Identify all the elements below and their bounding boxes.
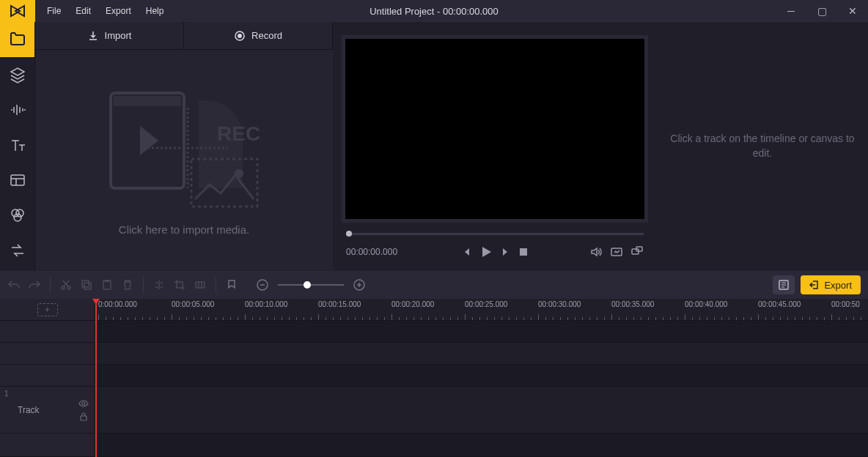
add-track-button[interactable]: + [37, 303, 58, 316]
rail-text[interactable] [0, 127, 34, 163]
ruler-label: 00:00:20.000 [391, 300, 434, 308]
export-button[interactable]: Export [801, 275, 861, 294]
marker-button[interactable] [225, 278, 238, 291]
track-lane[interactable] [95, 343, 868, 364]
properties-panel: Click a track on the timeline or canvas … [657, 22, 868, 271]
export-icon [809, 280, 820, 290]
track-lane[interactable] [95, 365, 868, 386]
menu-export[interactable]: Export [100, 3, 137, 19]
media-dropzone[interactable]: REC Click here to import media. [35, 50, 333, 271]
import-icon [87, 30, 99, 42]
ruler-label: 00:00:15.000 [318, 300, 361, 308]
ruler-label: 0:00:00.000 [98, 300, 137, 308]
record-tab[interactable]: Record [184, 22, 333, 49]
media-hint: Click here to import media. [119, 223, 249, 236]
svg-rect-11 [520, 248, 527, 256]
import-tab[interactable]: Import [35, 22, 184, 49]
preview-time: 00:00:00.000 [346, 247, 397, 257]
titlebar: File Edit Export Help Untitled Project -… [0, 0, 868, 22]
media-panel: Import Record REC Click here to import m… [35, 22, 333, 271]
detach-button[interactable] [630, 245, 644, 259]
app-logo [0, 0, 35, 22]
import-label: Import [105, 30, 132, 41]
svg-text:REC: REC [217, 122, 260, 145]
prev-frame-button[interactable] [460, 246, 472, 258]
delete-button[interactable] [121, 278, 134, 291]
svg-point-15 [62, 286, 65, 289]
ruler-label: 00:00:05.000 [172, 300, 214, 308]
rail-layers[interactable] [0, 57, 34, 92]
redo-button[interactable] [28, 278, 41, 291]
ruler-label: 00:00:45.000 [758, 300, 801, 308]
track-lane[interactable] [95, 321, 868, 342]
svg-rect-26 [81, 416, 87, 420]
track-number: 1 [4, 390, 9, 398]
rail-templates[interactable] [0, 163, 34, 198]
rail-media[interactable] [0, 22, 34, 57]
rail-transitions[interactable] [0, 233, 34, 268]
lock-icon[interactable] [78, 412, 89, 422]
svg-point-5 [238, 34, 242, 38]
record-label: Record [251, 30, 282, 41]
zoom-in-button[interactable] [353, 278, 366, 291]
ruler-label: 00:00:40.000 [685, 300, 727, 308]
stop-button[interactable] [518, 246, 529, 258]
timeline-toolbar: Export [0, 271, 868, 299]
zoom-out-button[interactable] [256, 278, 269, 291]
ruler-label: 00:00:35.000 [611, 300, 654, 308]
record-icon [234, 30, 246, 42]
playhead[interactable] [95, 299, 97, 457]
svg-rect-18 [84, 283, 91, 289]
crop-button[interactable] [173, 278, 186, 291]
ruler-label: 00:00:25.000 [465, 300, 507, 308]
menu-file[interactable]: File [41, 3, 67, 19]
seek-slider[interactable] [346, 233, 644, 235]
svg-rect-21 [196, 282, 205, 288]
maximize-button[interactable]: ▢ [806, 0, 837, 22]
svg-point-2 [16, 209, 23, 217]
visibility-icon[interactable] [78, 398, 89, 409]
snapshot-button[interactable] [610, 245, 623, 259]
close-button[interactable]: ✕ [837, 0, 868, 22]
svg-point-25 [82, 402, 85, 405]
svg-point-16 [67, 286, 70, 289]
preview-canvas[interactable] [345, 39, 644, 219]
cut-button[interactable] [59, 278, 73, 291]
export-label: Export [824, 280, 852, 291]
menu-edit[interactable]: Edit [70, 3, 97, 19]
window-title: Untitled Project - 00:00:00.000 [369, 6, 499, 17]
time-ruler[interactable]: 0:00:00.00000:00:05.00000:00:10.00000:00… [95, 299, 868, 320]
properties-hint: Click a track on the timeline or canvas … [670, 132, 855, 160]
zoom-slider[interactable] [278, 284, 344, 286]
split-button[interactable] [152, 278, 166, 291]
track-name: Track [18, 405, 40, 415]
menu-help[interactable]: Help [140, 3, 170, 19]
ruler-label: 00:00:50 [831, 300, 860, 308]
speed-button[interactable] [194, 278, 207, 291]
rail-audio[interactable] [0, 92, 34, 127]
paste-button[interactable] [100, 278, 114, 291]
svg-rect-17 [82, 280, 89, 287]
play-button[interactable] [478, 244, 494, 260]
svg-rect-7 [114, 96, 181, 106]
left-rail [0, 22, 35, 271]
svg-rect-0 [11, 175, 24, 185]
preview-panel: 00:00:00.000 [333, 22, 657, 271]
undo-button[interactable] [7, 278, 21, 291]
svg-point-3 [14, 214, 21, 221]
copy-button[interactable] [80, 278, 93, 291]
rail-filters[interactable] [0, 198, 34, 233]
media-placeholder-icon: REC [103, 86, 265, 210]
next-frame-button[interactable] [500, 246, 512, 258]
render-preview-button[interactable] [773, 275, 795, 294]
volume-button[interactable] [589, 245, 603, 259]
minimize-button[interactable]: ─ [776, 0, 806, 22]
timeline: + 0:00:00.00000:00:05.00000:00:10.00000:… [0, 299, 868, 457]
svg-rect-20 [105, 280, 109, 282]
ruler-label: 00:00:10.000 [245, 300, 287, 308]
ruler-label: 00:00:30.000 [538, 300, 581, 308]
track-lane[interactable] [95, 434, 868, 456]
preview-frame [342, 35, 648, 223]
track-lane[interactable] [95, 387, 868, 433]
